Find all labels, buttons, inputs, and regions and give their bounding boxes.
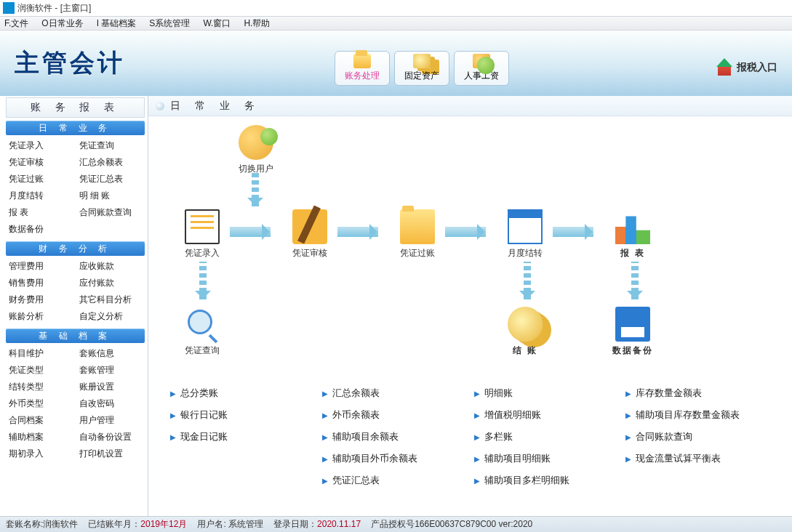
sidebar-item[interactable]: 凭证汇总表 — [79, 173, 143, 185]
sidebar-item[interactable]: 凭证审核 — [9, 156, 72, 169]
sidebar-item[interactable]: 期初录入 — [9, 448, 72, 460]
sidebar-item[interactable]: 套账管理 — [79, 364, 143, 376]
workflow-diagram: 切换用户 凭证录入 凭证审核 凭证过账 月度结转 报 表 — [148, 116, 792, 378]
report-link[interactable]: ▶库存数量金额表 — [625, 387, 770, 400]
sidebar-item[interactable]: 辅助档案 — [9, 431, 72, 443]
chevron-right-icon: ▶ — [322, 477, 328, 485]
sidebar-header-base[interactable]: 基 础 档 案 — [6, 329, 145, 343]
report-link[interactable]: ▶增值税明细账 — [474, 408, 619, 422]
voucher-entry-label: 凭证录入 — [173, 247, 231, 259]
node-voucher-entry[interactable]: 凭证录入 — [173, 209, 231, 259]
chevron-right-icon: ▶ — [322, 411, 328, 419]
node-data-backup[interactable]: 数据备份 — [604, 307, 662, 357]
sidebar-item[interactable]: 科目维护 — [9, 347, 72, 360]
sidebar-item[interactable]: 外币类型 — [9, 398, 72, 410]
sidebar-item[interactable]: 凭证查询 — [79, 140, 143, 152]
node-report[interactable]: 报 表 — [604, 209, 662, 259]
report-link[interactable]: ▶银行日记账 — [170, 408, 315, 422]
voucher-post-icon — [400, 209, 435, 244]
menu-window[interactable]: W.窗口 — [203, 17, 231, 30]
report-link[interactable]: ▶明细账 — [474, 387, 619, 400]
report-link[interactable]: ▶辅助项目外币余额表 — [322, 452, 467, 465]
module-assets-label: 固定资产 — [404, 70, 439, 82]
sidebar-item[interactable]: 账册设置 — [79, 381, 143, 393]
menu-base[interactable]: I 基础档案 — [97, 17, 137, 30]
sidebar-item[interactable]: 凭证过账 — [9, 173, 72, 185]
node-close-account[interactable]: 结 账 — [496, 307, 554, 357]
payroll-icon — [473, 54, 490, 68]
sidebar-header-analysis[interactable]: 财 务 分 析 — [6, 241, 145, 256]
chevron-right-icon: ▶ — [474, 477, 480, 485]
sidebar-item[interactable]: 打印机设置 — [79, 448, 143, 460]
menu-bar: F.文件 O日常业务 I 基础档案 S系统管理 W.窗口 H.帮助 — [0, 16, 792, 31]
sidebar-item[interactable]: 管理费用 — [9, 260, 72, 273]
sidebar-item[interactable]: 月度结转 — [9, 190, 72, 202]
sidebar-group-daily: 日 常 业 务 凭证录入凭证查询凭证审核汇总余额表凭证过账凭证汇总表月度结转明 … — [6, 121, 145, 235]
sidebar-item[interactable]: 其它科目分析 — [79, 294, 143, 306]
sidebar-item[interactable]: 套账信息 — [79, 347, 143, 360]
tax-entry-link[interactable]: 报税入口 — [716, 60, 777, 76]
node-voucher-audit[interactable]: 凭证审核 — [281, 209, 339, 259]
node-voucher-post[interactable]: 凭证过账 — [388, 209, 447, 259]
report-link[interactable]: ▶汇总余额表 — [322, 387, 467, 400]
sidebar-item[interactable]: 数据备份 — [9, 223, 72, 235]
report-link[interactable]: ▶总分类账 — [170, 387, 315, 400]
sidebar-item[interactable]: 合同账款查询 — [79, 206, 143, 219]
sidebar-item[interactable]: 销售费用 — [9, 277, 72, 289]
node-month-end[interactable]: 月度结转 — [496, 209, 554, 259]
sidebar-item[interactable]: 凭证类型 — [9, 364, 72, 376]
report-links: ▶总分类账▶汇总余额表▶明细账▶库存数量金额表▶银行日记账▶外币余额表▶增值税明… — [148, 378, 792, 496]
menu-help[interactable]: H.帮助 — [244, 17, 270, 30]
main-panel: 日 常 业 务 切换用户 凭证录入 凭证审核 — [148, 96, 792, 528]
app-icon — [3, 2, 15, 14]
menu-system[interactable]: S系统管理 — [149, 17, 190, 30]
sidebar-item[interactable]: 应付账款 — [79, 277, 143, 289]
chevron-right-icon: ▶ — [322, 433, 328, 441]
status-user: 用户名: 系统管理 — [197, 518, 263, 531]
report-link[interactable]: ▶多栏账 — [474, 430, 619, 443]
menu-file[interactable]: F.文件 — [4, 17, 28, 30]
module-payroll-button[interactable]: 人事工资 — [454, 51, 509, 86]
sidebar-item[interactable]: 明 细 账 — [79, 190, 143, 202]
sidebar-item[interactable]: 财务费用 — [9, 294, 72, 306]
report-link[interactable]: ▶辅助项目库存数量金额表 — [625, 408, 770, 422]
switch-user-icon — [239, 125, 273, 160]
sidebar-item[interactable]: 汇总余额表 — [79, 156, 143, 169]
report-link[interactable]: ▶凭证汇总表 — [322, 474, 467, 487]
sidebar-item[interactable]: 合同档案 — [9, 414, 72, 427]
sidebar-item[interactable]: 账龄分析 — [9, 310, 72, 323]
month-end-label: 月度结转 — [496, 247, 554, 259]
report-link[interactable]: ▶合同账款查询 — [625, 430, 770, 443]
sidebar-item[interactable]: 结转类型 — [9, 381, 72, 393]
sidebar-item[interactable]: 自定义分析 — [79, 310, 143, 323]
chevron-right-icon: ▶ — [625, 455, 631, 463]
report-link[interactable]: ▶辅助项目多栏明细账 — [474, 474, 619, 487]
report-link[interactable]: ▶现金流量试算平衡表 — [625, 452, 770, 465]
module-accounting-button[interactable]: 账务处理 — [335, 51, 390, 86]
report-link[interactable]: ▶外币余额表 — [322, 408, 467, 422]
main-title-text: 日 常 业 务 — [170, 100, 260, 113]
report-link[interactable]: ▶现金日记账 — [170, 430, 315, 443]
voucher-audit-icon — [292, 209, 327, 244]
sidebar-group-analysis: 财 务 分 析 管理费用应收账款销售费用应付账款财务费用其它科目分析账龄分析自定… — [6, 241, 145, 323]
sidebar-title: 账 务 报 表 — [6, 97, 145, 118]
sidebar-item[interactable]: 凭证录入 — [9, 140, 72, 152]
report-link[interactable]: ▶辅助项目余额表 — [322, 430, 467, 443]
module-assets-button[interactable]: 固定资产 — [394, 51, 449, 86]
sidebar-grid-base: 科目维护套账信息凭证类型套账管理结转类型账册设置外币类型自改密码合同档案用户管理… — [6, 347, 145, 460]
sidebar-item[interactable]: 用户管理 — [79, 414, 143, 427]
node-voucher-query[interactable]: 凭证查询 — [173, 307, 231, 357]
node-switch-user[interactable]: 切换用户 — [227, 125, 285, 175]
sidebar-item[interactable]: 应收账款 — [79, 260, 143, 273]
sidebar-item[interactable]: 报 表 — [9, 206, 72, 219]
sidebar-item[interactable]: 自改密码 — [79, 398, 143, 410]
data-backup-icon — [615, 307, 650, 342]
arrow-entry-to-query — [199, 262, 207, 299]
sidebar-header-daily[interactable]: 日 常 业 务 — [6, 121, 145, 135]
menu-daily[interactable]: O日常业务 — [41, 17, 83, 30]
switch-user-label: 切换用户 — [227, 163, 285, 175]
report-link[interactable]: ▶辅助项目明细账 — [474, 452, 619, 465]
sidebar-item[interactable]: 自动备份设置 — [79, 431, 143, 443]
module-accounting-label: 账务处理 — [345, 70, 380, 82]
status-closed: 已结账年月：2019年12月 — [88, 518, 187, 531]
